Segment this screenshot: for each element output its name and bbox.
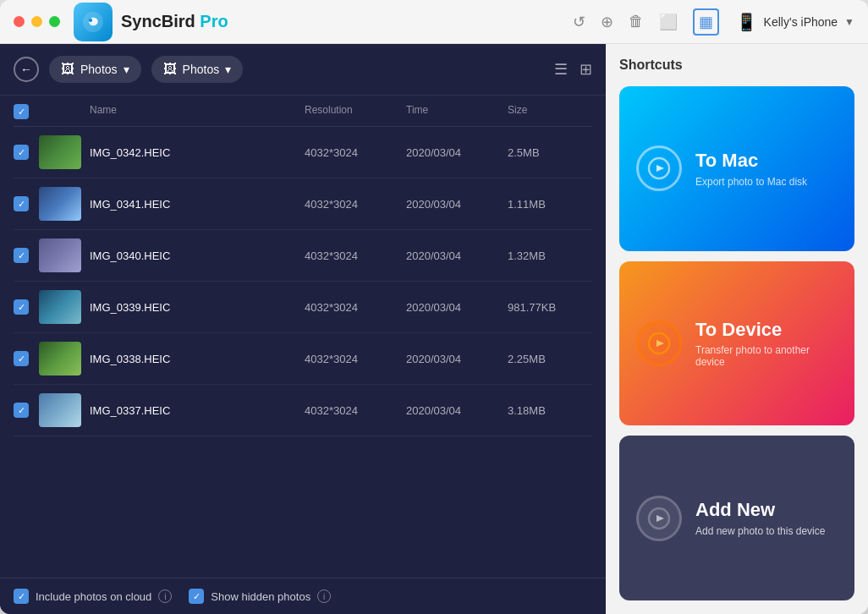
file-resolution: 4032*3024 bbox=[305, 198, 406, 211]
close-button[interactable] bbox=[14, 16, 25, 27]
screen-icon[interactable]: ⬜ bbox=[659, 13, 678, 31]
file-resolution: 4032*3024 bbox=[305, 353, 406, 365]
table-row[interactable]: ✓ IMG_0342.HEIC 4032*3024 2020/03/04 2.5… bbox=[14, 127, 592, 178]
file-name: IMG_0342.HEIC bbox=[90, 146, 305, 159]
right-panel: Shortcuts To Mac Export photo to Mac dis… bbox=[606, 44, 868, 614]
include-cloud-checkbox[interactable]: ✓ bbox=[14, 589, 29, 604]
include-cloud-option: ✓ Include photos on cloud i bbox=[14, 589, 172, 604]
thumbnail bbox=[39, 238, 81, 272]
thumbnail bbox=[39, 135, 81, 169]
header-resolution: Resolution bbox=[305, 104, 406, 119]
file-time: 2020/03/04 bbox=[406, 146, 508, 159]
show-hidden-label: Show hidden photos bbox=[211, 590, 310, 603]
footer-bar: ✓ Include photos on cloud i ✓ Show hidde… bbox=[0, 578, 606, 614]
refresh-icon[interactable]: ↺ bbox=[573, 13, 585, 31]
minimize-button[interactable] bbox=[31, 16, 42, 27]
to-device-card[interactable]: To Device Transfer photo to another devi… bbox=[619, 261, 854, 426]
back-button[interactable]: ← bbox=[14, 57, 39, 82]
file-time: 2020/03/04 bbox=[406, 404, 508, 417]
row-checkbox[interactable]: ✓ bbox=[14, 299, 29, 315]
source-chevron-icon: ▾ bbox=[124, 63, 129, 76]
file-name: IMG_0340.HEIC bbox=[90, 249, 305, 262]
source-label: Photos bbox=[80, 63, 118, 76]
app-window: SyncBird Pro ↺ ⊕ 🗑 ⬜ ▦ 📱 Kelly's iPhone … bbox=[0, 0, 868, 614]
shortcuts-title: Shortcuts bbox=[619, 58, 854, 73]
thumbnail bbox=[39, 290, 81, 324]
row-checkbox[interactable]: ✓ bbox=[14, 145, 29, 160]
row-checkbox[interactable]: ✓ bbox=[14, 351, 29, 366]
dest-icon: 🖼 bbox=[163, 62, 177, 77]
to-mac-subtitle: Export photo to Mac disk bbox=[695, 176, 807, 188]
file-time: 2020/03/04 bbox=[406, 249, 508, 262]
file-name: IMG_0341.HEIC bbox=[90, 198, 305, 211]
left-panel: ← 🖼 Photos ▾ 🖼 Photos ▾ ☰ ⊞ bbox=[0, 44, 606, 614]
main-content: ← 🖼 Photos ▾ 🖼 Photos ▾ ☰ ⊞ bbox=[0, 44, 868, 614]
file-resolution: 4032*3024 bbox=[305, 404, 406, 417]
row-checkbox[interactable]: ✓ bbox=[14, 196, 29, 211]
header-thumb bbox=[39, 104, 90, 119]
svg-point-1 bbox=[89, 19, 92, 22]
to-mac-text: To Mac Export photo to Mac disk bbox=[695, 150, 807, 187]
grid-view-icon[interactable]: ▦ bbox=[693, 8, 719, 36]
to-mac-title: To Mac bbox=[695, 150, 807, 172]
to-device-subtitle: Transfer photo to another device bbox=[695, 344, 838, 368]
file-name: IMG_0337.HEIC bbox=[90, 404, 305, 417]
file-size: 981.77KB bbox=[508, 301, 592, 314]
table-row[interactable]: ✓ IMG_0341.HEIC 4032*3024 2020/03/04 1.1… bbox=[14, 178, 592, 230]
header-checkbox: ✓ bbox=[14, 104, 39, 119]
show-hidden-option: ✓ Show hidden photos i bbox=[189, 589, 331, 604]
table-row[interactable]: ✓ IMG_0338.HEIC 4032*3024 2020/03/04 2.2… bbox=[14, 333, 592, 385]
table-row[interactable]: ✓ IMG_0339.HEIC 4032*3024 2020/03/04 981… bbox=[14, 282, 592, 333]
subheader: ← 🖼 Photos ▾ 🖼 Photos ▾ ☰ ⊞ bbox=[0, 44, 606, 96]
grid-icon[interactable]: ⊞ bbox=[580, 60, 592, 79]
add-icon[interactable]: ⊕ bbox=[601, 13, 613, 31]
to-device-title: To Device bbox=[695, 319, 838, 341]
dest-dropdown[interactable]: 🖼 Photos ▾ bbox=[151, 56, 244, 83]
file-name: IMG_0339.HEIC bbox=[90, 301, 305, 314]
show-hidden-checkbox[interactable]: ✓ bbox=[189, 589, 204, 604]
add-new-icon bbox=[636, 496, 682, 541]
device-icon: 📱 bbox=[736, 12, 757, 32]
include-cloud-info-icon[interactable]: i bbox=[158, 589, 172, 603]
file-time: 2020/03/04 bbox=[406, 353, 508, 365]
row-checkbox[interactable]: ✓ bbox=[14, 248, 29, 263]
dest-chevron-icon: ▾ bbox=[225, 63, 231, 76]
to-device-icon bbox=[636, 321, 682, 366]
device-selector[interactable]: 📱 Kelly's iPhone ▼ bbox=[736, 12, 854, 32]
to-device-text: To Device Transfer photo to another devi… bbox=[695, 319, 838, 368]
app-name: SyncBird Pro bbox=[121, 12, 228, 31]
device-name: Kelly's iPhone bbox=[764, 15, 838, 29]
thumbnail bbox=[39, 393, 81, 427]
subheader-actions: ☰ ⊞ bbox=[554, 60, 592, 79]
thumbnail bbox=[39, 187, 81, 221]
file-resolution: 4032*3024 bbox=[305, 249, 406, 262]
select-all-checkbox[interactable]: ✓ bbox=[14, 104, 29, 119]
list-view-icon[interactable]: ☰ bbox=[554, 60, 568, 79]
titlebar: SyncBird Pro ↺ ⊕ 🗑 ⬜ ▦ 📱 Kelly's iPhone … bbox=[0, 0, 868, 44]
delete-icon[interactable]: 🗑 bbox=[629, 13, 644, 30]
header-size: Size bbox=[508, 104, 592, 119]
include-cloud-label: Include photos on cloud bbox=[36, 590, 151, 603]
chevron-down-icon: ▼ bbox=[844, 16, 854, 28]
show-hidden-info-icon[interactable]: i bbox=[317, 589, 331, 603]
add-new-text: Add New Add new photo to this device bbox=[695, 499, 825, 536]
logo-area: SyncBird Pro bbox=[74, 3, 573, 41]
file-name: IMG_0338.HEIC bbox=[90, 353, 305, 365]
header-time: Time bbox=[406, 104, 508, 119]
toolbar-icons: ↺ ⊕ 🗑 ⬜ ▦ bbox=[573, 8, 719, 36]
file-size: 2.5MB bbox=[508, 146, 592, 159]
add-new-title: Add New bbox=[695, 499, 825, 521]
file-resolution: 4032*3024 bbox=[305, 301, 406, 314]
to-mac-icon bbox=[636, 145, 682, 191]
add-new-card[interactable]: Add New Add new photo to this device bbox=[619, 436, 854, 600]
file-resolution: 4032*3024 bbox=[305, 146, 406, 159]
header-name: Name bbox=[90, 104, 305, 119]
source-dropdown[interactable]: 🖼 Photos ▾ bbox=[49, 56, 141, 83]
table-header: ✓ Name Resolution Time Size bbox=[14, 96, 592, 127]
table-row[interactable]: ✓ IMG_0340.HEIC 4032*3024 2020/03/04 1.3… bbox=[14, 230, 592, 282]
row-checkbox[interactable]: ✓ bbox=[14, 403, 29, 418]
table-row[interactable]: ✓ IMG_0337.HEIC 4032*3024 2020/03/04 3.1… bbox=[14, 385, 592, 436]
to-mac-card[interactable]: To Mac Export photo to Mac disk bbox=[619, 86, 854, 251]
file-size: 3.18MB bbox=[508, 404, 592, 417]
maximize-button[interactable] bbox=[49, 16, 60, 27]
